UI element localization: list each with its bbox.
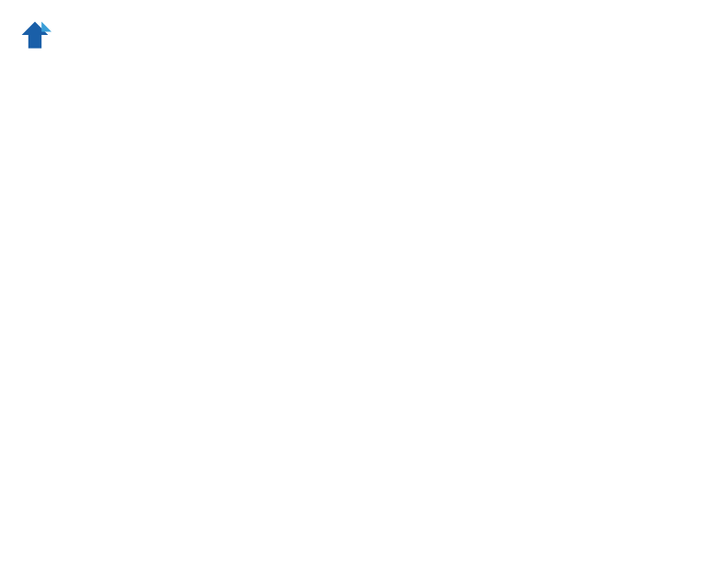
logo-icon — [18, 18, 51, 52]
logo — [18, 18, 55, 52]
svg-marker-1 — [41, 22, 51, 32]
page-header — [18, 18, 710, 52]
